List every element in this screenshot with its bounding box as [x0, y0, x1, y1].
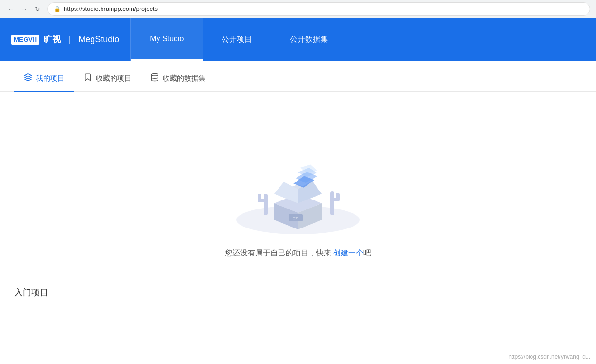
svg-rect-8: [336, 193, 340, 201]
back-button[interactable]: ←: [6, 4, 16, 14]
browser-nav-buttons: ← → ↻: [6, 4, 43, 14]
empty-message: 您还没有属于自己的项目，快来 创建一个吧: [225, 248, 371, 258]
svg-rect-6: [330, 191, 334, 215]
logo-separator: |: [69, 35, 71, 45]
logo-area: MEGVII 旷视 | MegStudio: [0, 18, 131, 61]
svg-point-1: [151, 74, 158, 76]
address-bar[interactable]: 🔒 https://studio.brainpp.com/projects: [47, 2, 590, 16]
svg-rect-3: [264, 194, 268, 215]
nav-tab-public-datasets[interactable]: 公开数据集: [271, 18, 347, 61]
svg-rect-5: [258, 194, 261, 202]
tab-bookmarked-projects[interactable]: 收藏的项目: [74, 65, 141, 92]
empty-illustration: 工厂: [222, 120, 374, 244]
megstudio-label: MegStudio: [78, 35, 119, 45]
empty-state: 工厂 您还没有属于自己的项目，快来 创建一个吧: [0, 92, 596, 277]
svg-marker-0: [25, 74, 32, 78]
lock-icon: 🔒: [54, 6, 61, 12]
logo-megvii: MEGVII 旷视 | MegStudio: [11, 34, 119, 45]
getting-started-section: 入门项目: [0, 277, 596, 308]
app-header: MEGVII 旷视 | MegStudio My Studio 公开项目 公开数…: [0, 18, 596, 61]
url-text: https://studio.brainpp.com/projects: [64, 5, 158, 12]
reload-button[interactable]: ↻: [32, 4, 43, 14]
forward-button[interactable]: →: [19, 4, 29, 14]
nav-tab-public-projects[interactable]: 公开项目: [203, 18, 271, 61]
main-nav: My Studio 公开项目 公开数据集: [131, 18, 347, 61]
tab-bookmarked-datasets[interactable]: 收藏的数据集: [141, 65, 215, 92]
content-tabs-bar: 我的项目 收藏的项目 收藏的数据集: [0, 65, 596, 92]
tab-bookmarked-projects-label: 收藏的项目: [96, 74, 131, 83]
megvii-box-logo: MEGVII: [11, 35, 39, 45]
tab-my-projects[interactable]: 我的项目: [14, 65, 74, 92]
bookmark-icon: [84, 73, 92, 83]
tab-my-projects-label: 我的项目: [36, 74, 65, 83]
empty-message-after: 吧: [363, 249, 371, 257]
content-area: 我的项目 收藏的项目 收藏的数据集: [0, 65, 596, 364]
watermark: https://blog.csdn.net/yrwang_d...: [508, 354, 590, 360]
getting-started-title: 入门项目: [14, 287, 582, 298]
empty-message-before: 您还没有属于自己的项目，快来: [225, 249, 333, 257]
layers-icon: [24, 73, 32, 83]
svg-text:工厂: 工厂: [293, 217, 298, 220]
tab-bookmarked-datasets-label: 收藏的数据集: [163, 74, 205, 83]
megvii-chinese-logo: 旷视: [43, 34, 61, 45]
database-icon: [150, 73, 159, 83]
nav-tab-mystudio[interactable]: My Studio: [131, 18, 203, 61]
browser-chrome: ← → ↻ 🔒 https://studio.brainpp.com/proje…: [0, 0, 596, 18]
create-link[interactable]: 创建一个: [333, 249, 363, 257]
